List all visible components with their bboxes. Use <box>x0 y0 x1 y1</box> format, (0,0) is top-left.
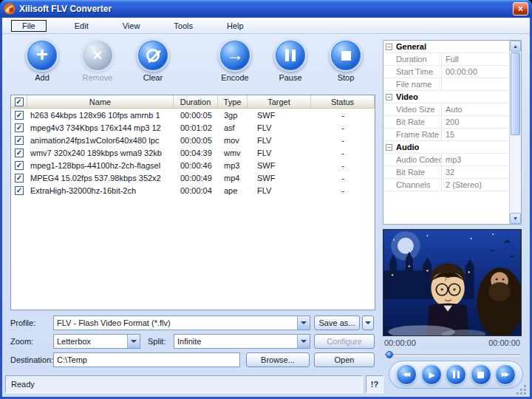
table-row[interactable]: ✓h263 64kbps 128x96 10fps amrnb 100:00:0… <box>11 109 375 121</box>
preview-poster-image <box>383 230 521 335</box>
table-row[interactable]: ✓MPEG4 15.02fps 537.98kbps 352x200:00:49… <box>11 171 375 184</box>
file-table: ✓ Name Duration Type Target Status ✓h263… <box>10 95 375 310</box>
remove-button[interactable]: × Remove <box>75 39 120 82</box>
transport-bar: ◀◀ ▶ ▶▶ <box>389 361 523 389</box>
pause-button[interactable]: Pause <box>268 39 313 82</box>
browse-button[interactable]: Browse... <box>246 352 310 367</box>
menu-item-tools[interactable]: Tools <box>168 21 199 31</box>
destination-label: Destination: <box>10 352 53 367</box>
menu-item-file[interactable]: File <box>11 20 47 32</box>
row-checkbox[interactable]: ✓ <box>11 111 27 120</box>
property-row[interactable]: Frame Rate15 <box>383 129 509 141</box>
profile-more-button[interactable] <box>362 316 374 330</box>
play-button[interactable]: ▶ <box>421 364 442 385</box>
table-row[interactable]: ✓animation24fps1wColor640x480 lpc00:00:0… <box>11 134 375 146</box>
profile-select[interactable]: FLV - Flash Video Format (*.flv) <box>53 316 310 330</box>
add-button[interactable]: + Add <box>20 39 64 82</box>
resize-grip[interactable] <box>516 385 527 395</box>
property-row[interactable]: Channels2 (Stereo) <box>383 179 509 191</box>
profile-selected-value: FLV - Flash Video Format (*.flv) <box>54 318 297 327</box>
collapse-icon[interactable]: − <box>386 94 392 100</box>
property-group-header[interactable]: −Audio <box>383 141 509 154</box>
row-checkbox[interactable]: ✓ <box>11 161 27 170</box>
configure-button[interactable]: Configure <box>314 334 375 349</box>
property-group-header[interactable]: −Video <box>383 91 509 103</box>
split-dropdown-icon[interactable] <box>297 335 310 348</box>
column-header-status[interactable]: Status <box>311 95 375 108</box>
save-as-button[interactable]: Save as... <box>314 316 360 330</box>
row-type: asf <box>218 123 248 132</box>
row-duration: 00:00:49 <box>174 174 218 183</box>
table-row[interactable]: ✓mpeg4v3 734Kbps 176x144 mp3 1200:01:02a… <box>11 121 375 134</box>
help-button[interactable]: !? <box>366 375 383 393</box>
close-button[interactable]: × <box>513 2 528 16</box>
app-body: File Edit View Tools Help + Add × Remove… <box>2 18 530 397</box>
row-target: FLV <box>248 136 311 145</box>
row-status: - <box>311 149 375 157</box>
seek-thumb[interactable] <box>386 351 393 358</box>
row-target: FLV <box>248 186 311 195</box>
remove-icon: × <box>81 39 114 72</box>
file-table-header[interactable]: ✓ Name Duration Type Target Status <box>11 95 375 109</box>
property-row[interactable]: DurationFull <box>383 53 509 66</box>
menu-item-edit[interactable]: Edit <box>69 21 95 31</box>
row-status: - <box>311 111 375 120</box>
property-row[interactable]: File name <box>383 78 509 91</box>
row-type: ape <box>218 186 248 195</box>
collapse-icon[interactable]: − <box>386 44 392 50</box>
scroll-up-icon[interactable]: ▲ <box>510 41 521 52</box>
table-row[interactable]: ✓wmv7 320x240 189kbps wma9 32kb00:04:39w… <box>11 146 375 159</box>
encode-button[interactable]: → Encode <box>213 39 257 82</box>
chevron-down-icon <box>365 321 371 324</box>
row-checkbox[interactable]: ✓ <box>11 136 27 145</box>
column-header-name[interactable]: Name <box>27 95 174 108</box>
destination-input[interactable] <box>53 352 240 367</box>
clear-button[interactable]: Clear <box>131 39 175 82</box>
column-header-target[interactable]: Target <box>248 95 311 108</box>
play-icon: ▶ <box>427 371 434 379</box>
row-status: - <box>311 186 375 195</box>
property-row[interactable]: Audio Codecmp3 <box>383 154 509 166</box>
column-header-type[interactable]: Type <box>218 95 248 108</box>
checkbox-checked-icon: ✓ <box>15 186 24 195</box>
preview-pause-button[interactable] <box>446 364 466 385</box>
forward-button[interactable]: ▶▶ <box>495 364 516 385</box>
zoom-label: Zoom: <box>10 334 33 349</box>
properties-scrollbar[interactable]: ▲ ▼ <box>509 41 521 224</box>
select-all-checkbox[interactable]: ✓ <box>15 98 24 106</box>
checkbox-checked-icon: ✓ <box>15 136 24 145</box>
row-duration: 00:04:39 <box>174 149 218 157</box>
time-total: 00:00:00 <box>488 338 520 348</box>
stop-button[interactable]: Stop <box>324 39 368 82</box>
preview-stop-button[interactable] <box>471 364 491 385</box>
property-group-header[interactable]: −General <box>383 41 509 53</box>
split-select[interactable]: Infinite <box>174 334 310 349</box>
property-label: Channels <box>383 180 441 189</box>
property-label: File name <box>383 80 441 89</box>
menu-item-view[interactable]: View <box>117 21 146 31</box>
row-checkbox[interactable]: ✓ <box>11 149 27 157</box>
zoom-select[interactable]: Letterbox <box>53 334 140 349</box>
collapse-icon[interactable]: − <box>386 144 392 151</box>
zoom-dropdown-icon[interactable] <box>127 335 140 348</box>
row-target: FLV <box>248 149 311 157</box>
property-row[interactable]: Bit Rate32 <box>383 166 509 179</box>
scroll-thumb[interactable] <box>511 52 520 135</box>
row-checkbox[interactable]: ✓ <box>11 123 27 132</box>
column-header-duration[interactable]: Duration <box>174 95 218 108</box>
property-row[interactable]: Start Time00:00:00 <box>383 66 509 78</box>
seek-slider[interactable] <box>383 350 522 359</box>
property-row[interactable]: Bit Rate200 <box>383 116 509 129</box>
table-row[interactable]: ✓mpeg1-128bps-44100hz-2ch-flagsel00:00:4… <box>11 159 375 171</box>
forward-icon: ▶▶ <box>502 372 509 378</box>
menu-item-help[interactable]: Help <box>221 21 250 31</box>
profile-dropdown-icon[interactable] <box>297 316 310 330</box>
open-button[interactable]: Open <box>314 352 375 367</box>
row-checkbox[interactable]: ✓ <box>11 186 27 195</box>
rewind-button[interactable]: ◀◀ <box>396 364 417 385</box>
property-label: Video Size <box>383 105 441 114</box>
table-row[interactable]: ✓ExtraHigh-32000hz-16bit-2ch00:00:04apeF… <box>11 184 375 197</box>
property-row[interactable]: Video SizeAuto <box>383 103 509 116</box>
scroll-down-icon[interactable]: ▼ <box>510 213 521 224</box>
row-checkbox[interactable]: ✓ <box>11 174 27 183</box>
